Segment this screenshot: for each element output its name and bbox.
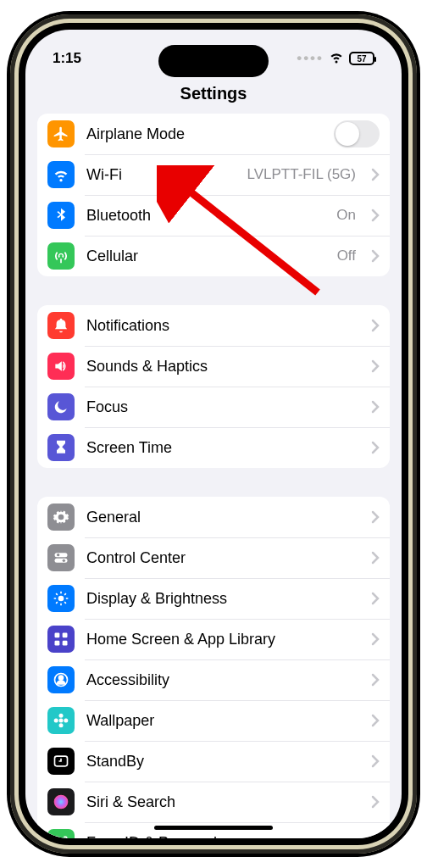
chevron-right-icon (371, 592, 380, 605)
settings-group: Airplane ModeWi-FiLVLPTT-FIL (5G)Bluetoo… (37, 114, 390, 276)
settings-row-airplane[interactable]: Airplane Mode (37, 114, 390, 154)
clock-icon (47, 748, 75, 775)
gear-icon (47, 504, 75, 531)
settings-row-siri[interactable]: Siri & Search (37, 782, 390, 822)
svg-point-2 (57, 554, 59, 556)
speaker-icon (47, 353, 75, 380)
row-label: Wallpaper (86, 712, 359, 730)
chevron-right-icon (371, 168, 380, 181)
svg-rect-0 (55, 553, 68, 557)
row-label: Cellular (86, 248, 325, 265)
settings-row-display[interactable]: Display & Brightness (37, 578, 390, 619)
moon-icon (47, 393, 75, 420)
settings-row-accessibility[interactable]: Accessibility (37, 659, 390, 700)
status-time: 1:15 (53, 50, 81, 67)
settings-row-standby[interactable]: StandBy (37, 741, 390, 782)
chevron-right-icon (371, 714, 380, 727)
chevron-right-icon (371, 754, 380, 768)
settings-row-wifi[interactable]: Wi-FiLVLPTT-FIL (5G) (37, 154, 390, 195)
svg-point-14 (54, 719, 58, 723)
chevron-right-icon (371, 632, 380, 646)
settings-row-faceid[interactable]: Face ID & Passcode (37, 822, 390, 838)
settings-row-homescreen[interactable]: Home Screen & App Library (37, 619, 390, 659)
settings-row-cellular[interactable]: CellularOff (37, 236, 390, 276)
status-right: •••• 57 (297, 49, 374, 69)
chevron-right-icon (371, 510, 380, 524)
row-label: Display & Brightness (86, 590, 359, 608)
screen: 1:15 •••• 57 Settings Airplane ModeWi-Fi… (25, 30, 402, 838)
settings-row-sounds[interactable]: Sounds & Haptics (37, 346, 390, 387)
person-icon (47, 666, 75, 693)
chevron-right-icon (371, 400, 380, 414)
chevron-right-icon (371, 441, 380, 454)
wifi-icon (329, 49, 344, 69)
faceid-icon (47, 829, 75, 838)
row-label: StandBy (86, 753, 359, 771)
siri-icon (47, 788, 75, 815)
row-label: Control Center (86, 549, 359, 567)
svg-rect-8 (63, 641, 68, 646)
row-label: Siri & Search (86, 793, 359, 811)
page-title: Settings (25, 79, 402, 114)
antenna-icon (47, 242, 75, 270)
row-label: Accessibility (86, 671, 359, 689)
flower-icon (47, 707, 75, 734)
row-label: General (86, 509, 359, 526)
svg-rect-1 (55, 559, 68, 563)
row-label: Wi-Fi (86, 166, 236, 184)
row-value: On (336, 207, 356, 224)
airplane-icon (47, 120, 75, 147)
settings-row-wallpaper[interactable]: Wallpaper (37, 700, 390, 741)
settings-list[interactable]: Airplane ModeWi-FiLVLPTT-FIL (5G)Bluetoo… (25, 114, 402, 838)
chevron-right-icon (371, 836, 380, 838)
svg-point-10 (59, 676, 64, 680)
hourglass-icon (47, 434, 75, 461)
bluetooth-icon (47, 202, 75, 229)
row-label: Notifications (86, 317, 359, 335)
settings-row-screentime[interactable]: Screen Time (37, 427, 390, 468)
svg-point-4 (58, 596, 64, 602)
chevron-right-icon (371, 249, 380, 263)
svg-point-12 (59, 714, 64, 718)
svg-point-13 (59, 723, 64, 727)
svg-point-17 (54, 795, 69, 810)
chevron-right-icon (371, 551, 380, 565)
row-label: Sounds & Haptics (86, 358, 359, 376)
row-label: Airplane Mode (86, 125, 322, 143)
sun-icon (47, 585, 75, 612)
svg-rect-7 (55, 641, 60, 646)
dynamic-island (158, 45, 269, 77)
grid-icon (47, 626, 75, 653)
settings-row-controlcenter[interactable]: Control Center (37, 537, 390, 578)
chevron-right-icon (371, 795, 380, 809)
toggles-icon (47, 544, 75, 571)
row-label: Face ID & Passcode (86, 834, 359, 839)
row-label: Home Screen & App Library (86, 631, 359, 648)
phone-frame: 1:15 •••• 57 Settings Airplane ModeWi-Fi… (10, 14, 417, 854)
chevron-right-icon (371, 209, 380, 222)
row-label: Screen Time (86, 439, 359, 457)
row-label: Focus (86, 398, 359, 416)
battery-icon: 57 (349, 52, 374, 65)
svg-rect-6 (63, 633, 68, 638)
wifi-icon (47, 161, 75, 188)
svg-point-11 (59, 719, 64, 723)
row-value: LVLPTT-FIL (5G) (247, 166, 356, 183)
settings-group: NotificationsSounds & HapticsFocusScreen… (37, 305, 390, 468)
settings-group: GeneralControl CenterDisplay & Brightnes… (37, 497, 390, 838)
settings-row-general[interactable]: General (37, 497, 390, 537)
svg-rect-5 (55, 633, 60, 638)
settings-row-notifications[interactable]: Notifications (37, 305, 390, 346)
chevron-right-icon (371, 673, 380, 687)
phone-bezel: 1:15 •••• 57 Settings Airplane ModeWi-Fi… (19, 23, 408, 845)
chevron-right-icon (371, 319, 380, 332)
row-label: Bluetooth (86, 207, 324, 225)
cellular-dots-icon: •••• (297, 50, 324, 67)
settings-row-focus[interactable]: Focus (37, 387, 390, 427)
toggle-airplane[interactable] (334, 120, 380, 147)
settings-row-bluetooth[interactable]: BluetoothOn (37, 195, 390, 236)
svg-point-15 (64, 719, 68, 723)
row-value: Off (337, 248, 356, 264)
svg-point-3 (63, 559, 65, 562)
bell-icon (47, 312, 75, 339)
